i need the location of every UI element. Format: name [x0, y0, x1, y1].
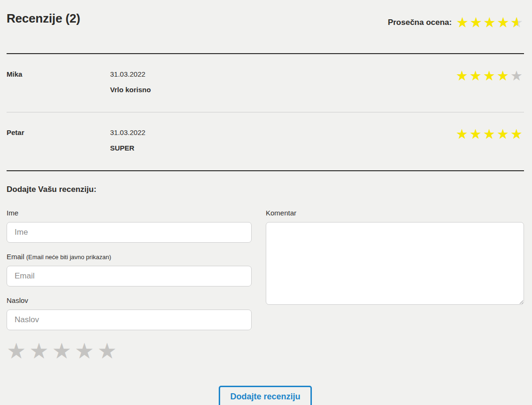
review-body: 31.03.2022 Vrlo korisno — [110, 69, 456, 94]
rating-input[interactable]: ★★★★★ — [7, 340, 252, 362]
star-icon: ★ — [497, 69, 510, 83]
email-privacy-note: (Email neće biti javno prikazan) — [26, 254, 111, 261]
star-icon[interactable]: ★ — [7, 340, 29, 362]
submit-review-button[interactable]: Dodajte recenziju — [219, 386, 311, 405]
email-label-text: Email — [7, 253, 24, 261]
star-icon: ★ — [456, 69, 469, 83]
comment-textarea[interactable] — [266, 222, 524, 305]
star-icon: ★ — [483, 16, 497, 30]
reviewer-name: Petar — [7, 127, 110, 136]
review-row: Petar 31.03.2022 SUPER ★★★★★ — [7, 112, 524, 170]
email-input[interactable] — [7, 266, 252, 286]
title-label: Naslov — [7, 296, 252, 304]
star-icon: ★ — [469, 127, 483, 141]
form-right-column: Komentar — [266, 209, 524, 362]
star-icon: ★ — [469, 16, 483, 30]
comment-label: Komentar — [266, 209, 524, 217]
name-input[interactable] — [7, 222, 252, 243]
star-icon[interactable]: ★ — [97, 340, 120, 362]
email-label: Email (Email neće biti javno prikazan) — [7, 253, 252, 261]
submit-row: Dodajte recenziju — [7, 386, 524, 405]
star-icon: ★ — [483, 69, 497, 83]
average-rating: Prosečna ocena: ★★★★★★ — [388, 16, 524, 30]
review-row: Mika 31.03.2022 Vrlo korisno ★★★★★ — [7, 54, 524, 112]
comment-field-group: Komentar — [266, 209, 524, 307]
star-icon: ★ — [483, 127, 497, 141]
name-field-group: Ime — [7, 209, 252, 243]
add-review-heading: Dodajte Vašu recenziju: — [7, 185, 524, 194]
star-icon: ★ — [510, 127, 524, 141]
star-icon: ★★ — [510, 16, 524, 30]
review-date: 31.03.2022 — [110, 127, 456, 136]
star-icon: ★ — [497, 16, 510, 30]
star-icon: ★ — [456, 127, 469, 141]
reviews-header: Recenzije (2) Prosečna ocena: ★★★★★★ — [7, 0, 524, 53]
page-title: Recenzije (2) — [7, 11, 80, 26]
star-icon: ★ — [456, 16, 469, 30]
star-icon: ★ — [469, 69, 483, 83]
review-date: 31.03.2022 — [110, 69, 456, 78]
average-rating-stars: ★★★★★★ — [456, 16, 524, 30]
star-half-fill: ★ — [510, 16, 518, 30]
title-input[interactable] — [7, 310, 252, 330]
star-icon[interactable]: ★ — [75, 340, 97, 362]
email-field-group: Email (Email neće biti javno prikazan) — [7, 253, 252, 286]
title-field-group: Naslov — [7, 296, 252, 330]
section-divider — [7, 170, 524, 171]
name-label: Ime — [7, 209, 252, 217]
star-icon: ★ — [497, 127, 510, 141]
reviewer-name: Mika — [7, 69, 110, 78]
add-review-form: Ime Email (Email neće biti javno prikaza… — [7, 209, 524, 362]
review-title: Vrlo korisno — [110, 86, 456, 94]
form-left-column: Ime Email (Email neće biti javno prikaza… — [7, 209, 252, 362]
reviews-section: Recenzije (2) Prosečna ocena: ★★★★★★ Mik… — [0, 0, 532, 405]
star-icon[interactable]: ★ — [29, 340, 52, 362]
average-rating-label: Prosečna ocena: — [388, 18, 452, 27]
review-rating-stars: ★★★★★ — [456, 127, 524, 141]
review-title: SUPER — [110, 144, 456, 152]
review-list: Mika 31.03.2022 Vrlo korisno ★★★★★ Petar… — [7, 54, 524, 170]
star-icon: ★ — [510, 69, 524, 83]
star-icon[interactable]: ★ — [52, 340, 75, 362]
review-rating-stars: ★★★★★ — [456, 69, 524, 83]
review-body: 31.03.2022 SUPER — [110, 127, 456, 152]
